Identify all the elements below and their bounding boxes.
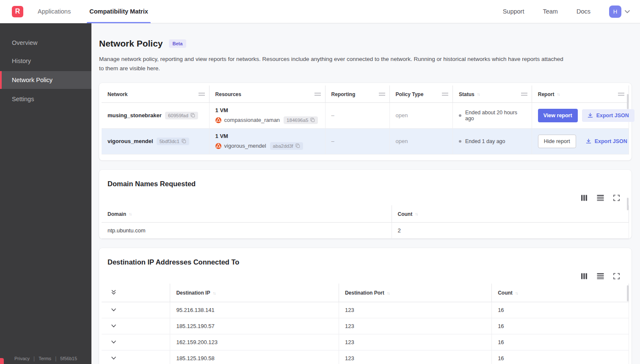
destination-count-value: 16 (492, 302, 629, 318)
network-row: musing_stonebraker60959fad 1 VM compassi… (102, 102, 629, 128)
view-report-button[interactable]: View report (538, 109, 578, 122)
row-density-icon[interactable] (597, 273, 604, 279)
tab-compatibility-matrix[interactable]: Compatibility Matrix (89, 0, 148, 23)
sort-icon[interactable]: ↑↓ (477, 92, 480, 97)
vertical-scrollbar[interactable] (627, 94, 629, 109)
destination-port-value: 123 (339, 302, 491, 318)
fullscreen-expand-icon[interactable] (613, 273, 620, 279)
resource-name: vigorous_mendel (224, 143, 266, 149)
privacy-link[interactable]: Privacy (14, 356, 30, 361)
col-header-report[interactable]: Report ↑↓ (532, 85, 629, 103)
sort-icon[interactable]: ↑↓ (129, 212, 131, 216)
networks-card: Network Resources Reporting Policy Type … (99, 83, 632, 160)
network-name: musing_stonebraker (108, 112, 162, 119)
sidebar-item-history[interactable]: History (0, 53, 91, 69)
copy-icon[interactable] (295, 143, 300, 148)
top-navbar: R Applications Compatibility Matrix Supp… (0, 0, 640, 23)
sidebar-item-settings[interactable]: Settings (0, 91, 91, 107)
domain-value: ntp.ubuntu.com (102, 222, 392, 238)
col-header-count[interactable]: Count↑↓ (392, 205, 629, 223)
nav-link-docs[interactable]: Docs (577, 8, 590, 15)
destination-count-value: 16 (492, 350, 629, 364)
destination-row: 185.125.190.57 123 16 (102, 318, 629, 334)
destination-port-value: 123 (339, 334, 491, 350)
copy-icon[interactable] (190, 113, 195, 118)
domain-row[interactable]: ntp.ubuntu.com 2 (102, 222, 629, 238)
chevron-down-icon[interactable] (111, 324, 116, 328)
export-json-button[interactable]: Export JSON (582, 109, 634, 122)
app-logo[interactable]: R (12, 6, 23, 17)
page-description: Manage network policy, reporting and vie… (99, 55, 569, 74)
vm-count: 1 VM (215, 133, 321, 139)
chevron-down-icon[interactable] (111, 356, 116, 360)
col-header-destination-ip[interactable]: Destination IP↑↓ (170, 284, 339, 302)
column-resize-handle-icon[interactable] (521, 93, 527, 96)
col-header-destination-port[interactable]: Destination Port↑↓ (339, 284, 491, 302)
policy-type-value: open (389, 128, 452, 154)
columns-icon[interactable] (581, 273, 588, 279)
chevron-down-icon[interactable] (111, 308, 116, 312)
destination-row: 185.125.190.58 123 16 (102, 350, 629, 364)
columns-icon[interactable] (581, 195, 588, 201)
sort-icon[interactable]: ↑↓ (212, 291, 215, 295)
column-resize-handle-icon[interactable] (379, 93, 385, 96)
resource-name: compassionate_raman (224, 117, 280, 123)
sort-icon[interactable]: ↑↓ (515, 291, 518, 295)
chevron-down-icon[interactable] (111, 340, 116, 344)
destination-count-value: 16 (492, 318, 629, 334)
col-header-network[interactable]: Network (102, 85, 209, 103)
sort-icon[interactable]: ↑↓ (415, 212, 417, 216)
terms-link[interactable]: Terms (39, 356, 51, 361)
copy-icon[interactable] (182, 139, 186, 143)
export-json-button[interactable]: Export JSON (580, 135, 633, 148)
destination-ip-value: 162.159.200.123 (170, 334, 339, 350)
col-header-expand-all[interactable] (102, 284, 170, 302)
column-resize-handle-icon[interactable] (314, 93, 321, 96)
user-menu-chevron-down-icon[interactable] (624, 8, 631, 15)
corner-red-accent (0, 358, 4, 364)
sidebar-item-network-policy[interactable]: Network Policy (0, 71, 91, 89)
column-resize-handle-icon[interactable] (442, 93, 448, 96)
column-resize-handle-icon[interactable] (618, 93, 624, 96)
col-header-resources[interactable]: Resources (209, 85, 325, 103)
tab-applications[interactable]: Applications (38, 0, 71, 23)
policy-type-value: open (389, 102, 452, 128)
domains-card-title: Domain Names Requested (102, 178, 629, 188)
nav-link-team[interactable]: Team (543, 8, 557, 15)
destination-ip-value: 185.125.190.58 (170, 350, 339, 364)
col-header-policy-type[interactable]: Policy Type (389, 85, 452, 103)
column-resize-handle-icon[interactable] (199, 93, 205, 96)
status-cell: Ended 1 day ago (459, 138, 527, 144)
destination-port-value: 123 (339, 318, 491, 334)
vertical-scrollbar[interactable] (627, 198, 629, 210)
network-id-badge: 5bdf3dc1 (157, 138, 189, 145)
network-id-badge: 60959fad (165, 112, 198, 119)
ubuntu-icon (215, 117, 221, 123)
col-header-status[interactable]: Status ↑↓ (452, 85, 532, 103)
destination-count-value: 16 (492, 334, 629, 350)
sort-icon[interactable]: ↑↓ (387, 291, 389, 295)
sort-icon[interactable]: ↑↓ (557, 92, 559, 97)
destination-row: 95.216.138.141 123 16 (102, 302, 629, 318)
status-dot-icon (459, 114, 461, 117)
reporting-value: – (325, 102, 389, 128)
row-density-icon[interactable] (597, 195, 604, 201)
fullscreen-expand-icon[interactable] (613, 195, 620, 201)
col-header-reporting[interactable]: Reporting (325, 85, 389, 103)
destination-row: 162.159.200.123 123 16 (102, 334, 629, 350)
download-icon (588, 113, 593, 118)
sidebar-item-overview[interactable]: Overview (0, 35, 91, 51)
status-dot-icon (459, 140, 461, 143)
sidebar: Overview History Network Policy Settings… (0, 23, 91, 364)
copy-icon[interactable] (310, 118, 315, 122)
double-chevron-down-icon[interactable] (111, 290, 116, 295)
destination-ip-value: 95.216.138.141 (170, 302, 339, 318)
nav-link-support[interactable]: Support (503, 8, 524, 15)
col-header-count[interactable]: Count↑↓ (492, 284, 629, 302)
vertical-scrollbar[interactable] (627, 285, 629, 301)
col-header-domain[interactable]: Domain↑↓ (102, 205, 392, 223)
download-icon (586, 138, 591, 144)
user-avatar[interactable]: H (609, 6, 621, 18)
page-title: Network Policy (99, 39, 163, 49)
hide-report-button[interactable]: Hide report (538, 135, 576, 148)
